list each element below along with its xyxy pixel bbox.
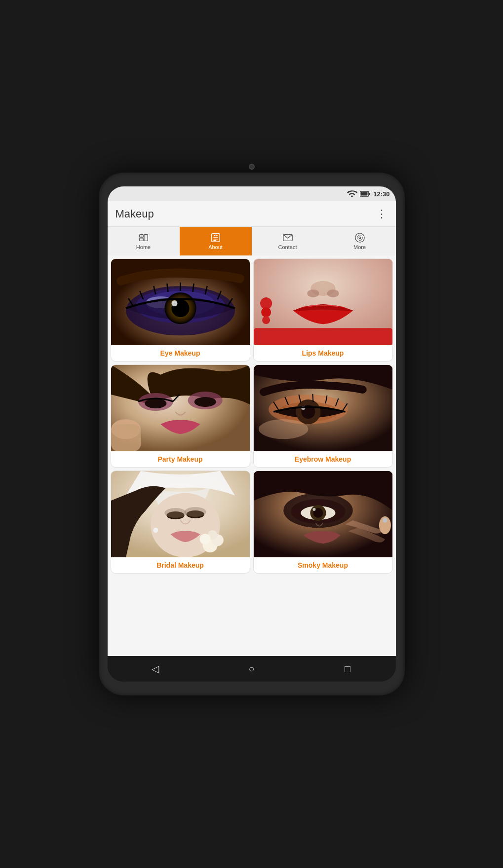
tab-about-label: About [208,244,223,250]
svg-rect-46 [111,424,141,451]
svg-point-65 [164,508,186,518]
tab-contact[interactable]: Contact [252,227,324,255]
svg-point-71 [153,528,158,533]
svg-point-22 [171,300,177,306]
tab-home[interactable]: Home [108,227,180,255]
wifi-icon [347,188,357,199]
smoky-makeup-label: Smoky Makeup [254,557,392,573]
grid-item-party-makeup[interactable]: Party Makeup [111,364,250,468]
grid-item-lips-makeup[interactable]: Lips Makeup [253,258,393,362]
tab-contact-label: Contact [278,244,297,250]
grid-item-smoky-makeup[interactable]: Smoky Makeup [253,470,393,574]
svg-point-43 [145,398,166,408]
bridal-makeup-label: Bridal Makeup [111,557,250,573]
lips-makeup-image [254,259,392,345]
lips-makeup-label: Lips Makeup [254,345,392,361]
svg-rect-5 [144,235,147,241]
back-button[interactable]: ◁ [146,659,165,679]
more-tab-icon [354,232,365,243]
svg-point-35 [327,289,339,297]
eye-makeup-image [111,259,250,345]
status-icons: 12:30 [347,188,389,199]
svg-point-38 [262,316,270,324]
camera-lens [249,164,255,170]
svg-rect-39 [254,328,392,345]
overflow-menu-button[interactable]: ⋮ [376,208,388,220]
svg-point-37 [261,307,271,317]
smoky-makeup-image [254,471,392,557]
svg-point-80 [382,518,387,523]
grid-item-eyebrow-makeup[interactable]: Eyebrow Makeup [253,364,393,468]
grid-item-bridal-makeup[interactable]: Bridal Makeup [111,470,250,574]
party-makeup-image [111,365,250,451]
contact-tab-icon [282,232,293,243]
svg-point-14 [359,237,361,239]
tab-home-label: Home [136,244,151,250]
bottom-navigation: ◁ ○ □ [108,656,396,682]
app-bar: Makeup ⋮ [108,201,396,227]
svg-point-70 [199,534,210,544]
eye-makeup-label: Eye Makeup [111,345,250,361]
tab-more-label: More [353,244,366,250]
svg-point-34 [307,289,319,297]
eyebrow-makeup-label: Eyebrow Makeup [254,451,392,467]
party-makeup-label: Party Makeup [111,451,250,467]
svg-point-13 [355,233,364,242]
svg-rect-1 [369,193,370,195]
tablet-device: 12:30 Makeup ⋮ Home [99,173,405,695]
svg-rect-4 [139,238,143,241]
svg-rect-2 [361,192,368,196]
recent-button[interactable]: □ [338,659,357,679]
svg-point-44 [194,397,216,407]
status-time: 12:30 [373,190,389,198]
battery-icon [360,191,371,197]
svg-point-66 [184,507,206,517]
app-title: Makeup [116,208,154,220]
eyebrow-makeup-image [254,365,392,451]
bridal-makeup-image [111,471,250,557]
home-tab-icon [138,232,149,243]
tablet-screen: 12:30 Makeup ⋮ Home [108,186,396,682]
svg-point-78 [312,508,315,511]
svg-point-60 [259,419,308,439]
tab-about[interactable]: About [180,227,252,255]
tab-more[interactable]: More [324,227,396,255]
home-button[interactable]: ○ [241,659,261,679]
about-tab-icon [210,232,221,243]
content-area: Eye Makeup [108,255,396,656]
status-bar: 12:30 [108,186,396,201]
svg-line-56 [312,394,313,402]
makeup-grid: Eye Makeup [108,255,396,577]
tab-bar: Home About Contact [108,227,396,255]
grid-item-eye-makeup[interactable]: Eye Makeup [111,258,250,362]
